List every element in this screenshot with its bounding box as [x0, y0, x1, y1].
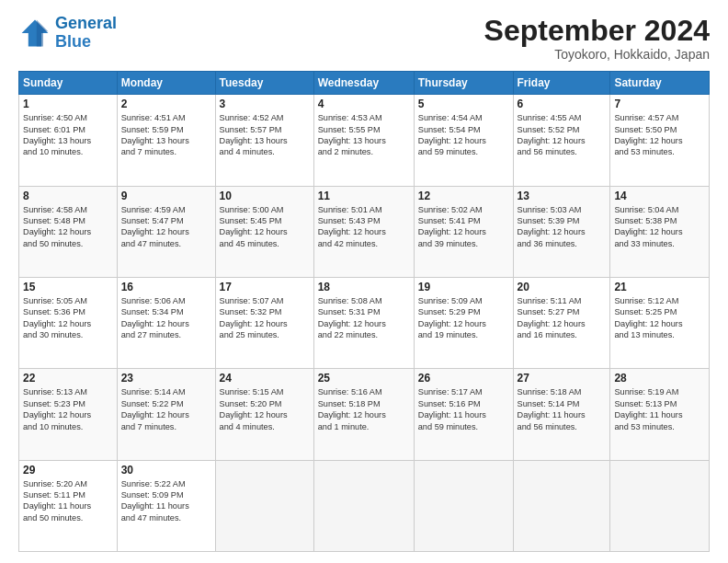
calendar-day-cell: 13Sunrise: 5:03 AM Sunset: 5:39 PM Dayli…: [513, 186, 610, 277]
calendar-week-row: 1Sunrise: 4:50 AM Sunset: 6:01 PM Daylig…: [19, 95, 710, 186]
day-number: 10: [220, 190, 310, 202]
logo: General Blue: [18, 15, 117, 52]
day-info: Sunrise: 5:07 AM Sunset: 5:32 PM Dayligh…: [220, 295, 310, 341]
day-number: 6: [518, 98, 607, 110]
day-number: 28: [614, 372, 705, 385]
calendar-body: 1Sunrise: 4:50 AM Sunset: 6:01 PM Daylig…: [19, 95, 710, 552]
calendar-day-cell: 6Sunrise: 4:55 AM Sunset: 5:52 PM Daylig…: [513, 95, 610, 186]
calendar-day-cell: [513, 460, 610, 551]
calendar-day-cell: 7Sunrise: 4:57 AM Sunset: 5:50 PM Daylig…: [610, 95, 710, 186]
weekday-header-cell: Thursday: [414, 72, 513, 95]
day-info: Sunrise: 5:14 AM Sunset: 5:22 PM Dayligh…: [121, 386, 211, 432]
calendar-day-cell: 25Sunrise: 5:16 AM Sunset: 5:18 PM Dayli…: [313, 369, 414, 460]
calendar-day-cell: 12Sunrise: 5:02 AM Sunset: 5:41 PM Dayli…: [414, 186, 513, 277]
day-info: Sunrise: 4:52 AM Sunset: 5:57 PM Dayligh…: [220, 112, 310, 158]
weekday-header-cell: Sunday: [19, 72, 118, 95]
calendar-day-cell: 11Sunrise: 5:01 AM Sunset: 5:43 PM Dayli…: [313, 186, 414, 277]
day-info: Sunrise: 5:12 AM Sunset: 5:25 PM Dayligh…: [614, 295, 705, 341]
day-info: Sunrise: 4:57 AM Sunset: 5:50 PM Dayligh…: [614, 112, 705, 158]
day-number: 4: [318, 98, 410, 110]
calendar-day-cell: 14Sunrise: 5:04 AM Sunset: 5:38 PM Dayli…: [610, 186, 710, 277]
day-info: Sunrise: 5:17 AM Sunset: 5:16 PM Dayligh…: [418, 386, 509, 432]
day-info: Sunrise: 5:11 AM Sunset: 5:27 PM Dayligh…: [518, 295, 607, 341]
calendar-day-cell: [313, 460, 414, 551]
day-number: 8: [23, 190, 113, 202]
calendar-day-cell: 24Sunrise: 5:15 AM Sunset: 5:20 PM Dayli…: [215, 369, 313, 460]
day-number: 13: [518, 190, 607, 202]
calendar-day-cell: 8Sunrise: 4:58 AM Sunset: 5:48 PM Daylig…: [19, 186, 118, 277]
day-info: Sunrise: 5:20 AM Sunset: 5:11 PM Dayligh…: [23, 478, 113, 524]
day-number: 20: [518, 281, 607, 293]
calendar-day-cell: 19Sunrise: 5:09 AM Sunset: 5:29 PM Dayli…: [414, 277, 513, 368]
day-number: 30: [121, 464, 211, 477]
day-info: Sunrise: 4:53 AM Sunset: 5:55 PM Dayligh…: [318, 112, 410, 158]
day-number: 26: [418, 372, 509, 385]
day-info: Sunrise: 5:15 AM Sunset: 5:20 PM Dayligh…: [220, 386, 310, 432]
weekday-header-cell: Monday: [117, 72, 215, 95]
day-number: 12: [418, 190, 509, 202]
day-info: Sunrise: 5:00 AM Sunset: 5:45 PM Dayligh…: [220, 204, 310, 250]
weekday-header-cell: Tuesday: [215, 72, 313, 95]
calendar-day-cell: 10Sunrise: 5:00 AM Sunset: 5:45 PM Dayli…: [215, 186, 313, 277]
calendar-day-cell: 26Sunrise: 5:17 AM Sunset: 5:16 PM Dayli…: [414, 369, 513, 460]
calendar-day-cell: 4Sunrise: 4:53 AM Sunset: 5:55 PM Daylig…: [313, 95, 414, 186]
day-info: Sunrise: 5:16 AM Sunset: 5:18 PM Dayligh…: [318, 386, 410, 432]
logo-general: General: [55, 14, 117, 32]
header: General Blue September 2024 Toyokoro, Ho…: [18, 15, 710, 62]
day-info: Sunrise: 4:55 AM Sunset: 5:52 PM Dayligh…: [518, 112, 607, 158]
calendar-day-cell: 18Sunrise: 5:08 AM Sunset: 5:31 PM Dayli…: [313, 277, 414, 368]
calendar-day-cell: 5Sunrise: 4:54 AM Sunset: 5:54 PM Daylig…: [414, 95, 513, 186]
weekday-header-cell: Wednesday: [313, 72, 414, 95]
day-info: Sunrise: 5:05 AM Sunset: 5:36 PM Dayligh…: [23, 295, 113, 341]
logo-text: General Blue: [55, 15, 117, 52]
day-number: 16: [121, 281, 211, 293]
calendar-day-cell: 28Sunrise: 5:19 AM Sunset: 5:13 PM Dayli…: [610, 369, 710, 460]
svg-marker-0: [22, 19, 49, 46]
day-info: Sunrise: 5:01 AM Sunset: 5:43 PM Dayligh…: [318, 204, 410, 250]
day-number: 25: [318, 372, 410, 385]
day-info: Sunrise: 5:18 AM Sunset: 5:14 PM Dayligh…: [518, 386, 607, 432]
calendar-day-cell: [414, 460, 513, 551]
day-info: Sunrise: 5:09 AM Sunset: 5:29 PM Dayligh…: [418, 295, 509, 341]
logo-blue: Blue: [55, 32, 91, 51]
day-info: Sunrise: 4:50 AM Sunset: 6:01 PM Dayligh…: [23, 112, 113, 158]
day-number: 2: [121, 98, 211, 110]
calendar-day-cell: 17Sunrise: 5:07 AM Sunset: 5:32 PM Dayli…: [215, 277, 313, 368]
day-number: 14: [614, 190, 705, 202]
day-info: Sunrise: 5:03 AM Sunset: 5:39 PM Dayligh…: [518, 204, 607, 250]
day-info: Sunrise: 5:19 AM Sunset: 5:13 PM Dayligh…: [614, 386, 705, 432]
day-number: 5: [418, 98, 509, 110]
day-number: 15: [23, 281, 113, 293]
calendar-day-cell: [215, 460, 313, 551]
day-info: Sunrise: 4:58 AM Sunset: 5:48 PM Dayligh…: [23, 204, 113, 250]
day-number: 18: [318, 281, 410, 293]
day-info: Sunrise: 4:59 AM Sunset: 5:47 PM Dayligh…: [121, 204, 211, 250]
day-info: Sunrise: 5:04 AM Sunset: 5:38 PM Dayligh…: [614, 204, 705, 250]
day-info: Sunrise: 5:02 AM Sunset: 5:41 PM Dayligh…: [418, 204, 509, 250]
calendar-table: SundayMondayTuesdayWednesdayThursdayFrid…: [18, 71, 710, 552]
day-info: Sunrise: 4:51 AM Sunset: 5:59 PM Dayligh…: [121, 112, 211, 158]
day-number: 1: [23, 98, 113, 110]
calendar-week-row: 15Sunrise: 5:05 AM Sunset: 5:36 PM Dayli…: [19, 277, 710, 368]
day-info: Sunrise: 5:08 AM Sunset: 5:31 PM Dayligh…: [318, 295, 410, 341]
calendar-week-row: 22Sunrise: 5:13 AM Sunset: 5:23 PM Dayli…: [19, 369, 710, 460]
day-number: 29: [23, 464, 113, 477]
calendar-day-cell: 15Sunrise: 5:05 AM Sunset: 5:36 PM Dayli…: [19, 277, 118, 368]
day-number: 3: [220, 98, 310, 110]
calendar-day-cell: 3Sunrise: 4:52 AM Sunset: 5:57 PM Daylig…: [215, 95, 313, 186]
day-number: 23: [121, 372, 211, 385]
day-info: Sunrise: 5:13 AM Sunset: 5:23 PM Dayligh…: [23, 386, 113, 432]
day-number: 11: [318, 190, 410, 202]
day-number: 7: [614, 98, 705, 110]
calendar-day-cell: 2Sunrise: 4:51 AM Sunset: 5:59 PM Daylig…: [117, 95, 215, 186]
calendar-week-row: 8Sunrise: 4:58 AM Sunset: 5:48 PM Daylig…: [19, 186, 710, 277]
location-title: Toyokoro, Hokkaido, Japan: [484, 47, 710, 62]
calendar-day-cell: 30Sunrise: 5:22 AM Sunset: 5:09 PM Dayli…: [117, 460, 215, 551]
day-number: 22: [23, 372, 113, 385]
day-info: Sunrise: 5:22 AM Sunset: 5:09 PM Dayligh…: [121, 478, 211, 524]
day-number: 19: [418, 281, 509, 293]
day-number: 21: [614, 281, 705, 293]
calendar-day-cell: [610, 460, 710, 551]
logo-icon: [18, 17, 51, 50]
calendar-day-cell: 1Sunrise: 4:50 AM Sunset: 6:01 PM Daylig…: [19, 95, 118, 186]
